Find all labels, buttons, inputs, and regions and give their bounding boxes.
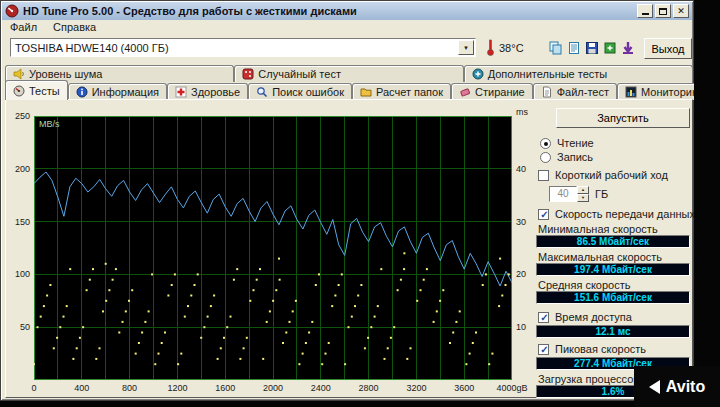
write-radio[interactable] bbox=[540, 152, 551, 163]
copy-image-button[interactable] bbox=[547, 38, 565, 58]
tab-label: Случайный тест bbox=[258, 68, 341, 80]
temperature-label: 38°C bbox=[499, 42, 524, 54]
x-tick: 3600 bbox=[454, 383, 474, 393]
drive-select-value: TOSHIBA HDWE140 (4000 ГБ) bbox=[11, 42, 458, 54]
short-stroke-checkbox[interactable] bbox=[538, 170, 549, 181]
tab-health[interactable]: Здоровье bbox=[167, 83, 248, 100]
tab-strip: Уровень шума Случайный тест Дополнительн… bbox=[5, 64, 693, 100]
avg-speed-value: 151.6 Мбайт/сек bbox=[536, 291, 690, 304]
short-stroke-size-row: 40 ▲ ▼ ГБ bbox=[549, 186, 608, 202]
minimize-button[interactable] bbox=[637, 4, 653, 18]
x-tick: 2800 bbox=[359, 383, 379, 393]
tab-info[interactable]: Информация bbox=[68, 83, 167, 100]
update-button[interactable] bbox=[619, 38, 637, 58]
tab-label: Расчет папок bbox=[376, 86, 443, 98]
menubar: Файл Справка bbox=[2, 20, 692, 35]
info-icon bbox=[76, 86, 88, 98]
x-tick: 1600 bbox=[215, 383, 235, 393]
copy-text-icon bbox=[567, 41, 581, 55]
x-tick: 2000 bbox=[263, 383, 283, 393]
speaker-icon bbox=[13, 68, 25, 80]
y-right-tick: 40 bbox=[516, 164, 538, 174]
tab-tests[interactable]: Тесты bbox=[5, 80, 68, 100]
transfer-speed-checkbox[interactable] bbox=[538, 209, 549, 220]
burst-rate-checkbox[interactable] bbox=[538, 344, 549, 355]
x-tick: 2400 bbox=[311, 383, 331, 393]
tab-label: Здоровье bbox=[191, 86, 240, 98]
short-stroke-input[interactable]: 40 bbox=[549, 186, 577, 202]
toolbar: TOSHIBA HDWE140 (4000 ГБ) ▼ 38°C bbox=[2, 35, 692, 63]
close-button[interactable]: ✕ bbox=[673, 4, 689, 18]
benchmark-chart: MB/s ms 25020015010050403020100400800120… bbox=[8, 110, 542, 396]
avito-watermark: Avito bbox=[634, 366, 720, 407]
extra-tests-icon bbox=[472, 68, 484, 80]
window-title: HD Tune Pro 5.00 - Средство для работы с… bbox=[23, 5, 357, 17]
right-black-strip bbox=[694, 0, 720, 407]
x-tick: 0 bbox=[31, 383, 36, 393]
dice-icon bbox=[242, 68, 254, 80]
write-radio-label: Запись bbox=[557, 151, 593, 163]
save-text-icon bbox=[603, 41, 617, 55]
health-cross-icon bbox=[175, 86, 187, 98]
y-right-tick: 20 bbox=[516, 269, 538, 279]
drive-select[interactable]: TOSHIBA HDWE140 (4000 ГБ) ▼ bbox=[10, 38, 476, 57]
download-arrow-icon bbox=[621, 41, 635, 55]
benchmark-panel: Запустить Чтение Запись Короткий рабочий… bbox=[536, 106, 692, 396]
access-time-value: 12.1 мс bbox=[536, 325, 690, 338]
folder-icon bbox=[360, 86, 372, 98]
tab-file-benchmark[interactable]: Файл-тест bbox=[533, 83, 617, 100]
write-radio-row: Запись bbox=[540, 151, 593, 163]
spin-down-button[interactable]: ▼ bbox=[577, 194, 589, 202]
menu-file[interactable]: Файл bbox=[2, 20, 45, 35]
short-stroke-label: Короткий рабочий ход bbox=[555, 169, 668, 181]
y-right-unit: ms bbox=[516, 107, 528, 117]
access-time-checkbox[interactable] bbox=[538, 312, 549, 323]
short-stroke-row: Короткий рабочий ход bbox=[538, 169, 668, 181]
thermometer-icon bbox=[486, 39, 495, 56]
tab-label: Поиск ошибок bbox=[272, 86, 344, 98]
tab-error-scan[interactable]: Поиск ошибок bbox=[248, 83, 352, 100]
tab-label: Стирание bbox=[475, 86, 525, 98]
tab-extra-tests[interactable]: Дополнительные тесты bbox=[464, 65, 693, 82]
save-image-icon bbox=[585, 41, 599, 55]
monitor-chart-icon bbox=[625, 86, 637, 98]
x-tick: 400 bbox=[74, 383, 89, 393]
benchmark-plot bbox=[34, 116, 512, 380]
magnifier-icon bbox=[256, 86, 268, 98]
tab-page-tests: MB/s ms 25020015010050403020100400800120… bbox=[5, 99, 693, 398]
maximize-icon bbox=[659, 8, 667, 15]
read-radio[interactable] bbox=[540, 138, 551, 149]
avg-speed-label: Средняя скорость bbox=[538, 279, 690, 291]
transfer-speed-row: Скорость передачи данных bbox=[538, 208, 695, 220]
y-right-tick: 30 bbox=[516, 217, 538, 227]
y-left-tick: 200 bbox=[8, 164, 30, 174]
copy-image-icon bbox=[549, 41, 563, 55]
app-icon bbox=[5, 4, 19, 18]
max-speed-value: 197.4 Мбайт/сек bbox=[536, 263, 690, 276]
minimize-icon bbox=[642, 13, 649, 15]
copy-text-button[interactable] bbox=[565, 38, 583, 58]
save-text-button[interactable] bbox=[601, 38, 619, 58]
tab-label: Информация bbox=[92, 86, 159, 98]
start-button[interactable]: Запустить bbox=[556, 108, 690, 128]
save-image-button[interactable] bbox=[583, 38, 601, 58]
tab-label: Уровень шума bbox=[29, 68, 102, 80]
y-left-tick: 150 bbox=[8, 217, 30, 227]
bottom-black-strip bbox=[0, 401, 720, 407]
y-right-tick: 10 bbox=[516, 322, 538, 332]
file-icon bbox=[541, 86, 553, 98]
y-left-tick: 100 bbox=[8, 269, 30, 279]
avito-logo-icon bbox=[649, 380, 660, 394]
spin-up-button[interactable]: ▲ bbox=[577, 186, 589, 194]
maximize-button[interactable] bbox=[655, 4, 671, 18]
read-radio-row: Чтение bbox=[540, 137, 594, 149]
chevron-down-icon[interactable]: ▼ bbox=[458, 40, 474, 55]
exit-button[interactable]: Выход bbox=[644, 38, 692, 59]
y-left-tick: 250 bbox=[8, 111, 30, 121]
tab-folder-usage[interactable]: Расчет папок bbox=[352, 83, 451, 100]
short-stroke-unit: ГБ bbox=[595, 188, 608, 200]
menu-help[interactable]: Справка bbox=[45, 20, 104, 35]
tab-random-test[interactable]: Случайный тест bbox=[234, 65, 463, 82]
tab-erase[interactable]: Стирание bbox=[451, 83, 533, 100]
titlebar[interactable]: HD Tune Pro 5.00 - Средство для работы с… bbox=[2, 2, 692, 20]
